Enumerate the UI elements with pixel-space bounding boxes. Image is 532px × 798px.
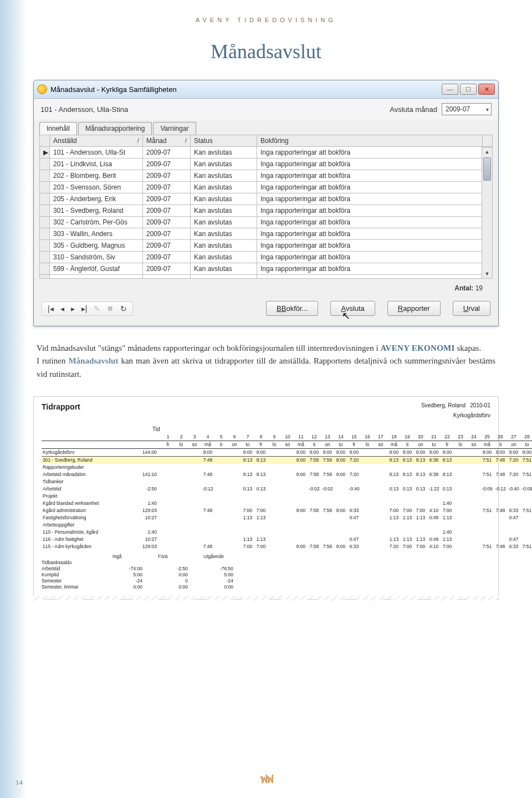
table-row[interactable]: 301 - Svedberg, Roland2009-07Kan avsluta… [40,205,493,217]
balance-row: Arbetstid-74:00-2:50-76:50 [42,566,490,571]
scroll-header [483,135,493,147]
employee-grid[interactable]: Anställd/ Månad/ Status Bokföring ▶101 -… [39,135,493,279]
balance-block: Ingå Förä Utgående Tidbankssaldo Arbetst… [42,554,490,590]
tab-varningar[interactable]: Varningar [153,122,196,135]
tab-innehall[interactable]: Innehåll [39,122,77,135]
vertical-scrollbar[interactable]: ▲ ▼ [482,147,493,279]
table-row[interactable]: 205 - Anderberg, Erik2009-07Kan avslutas… [40,193,493,205]
nav-refresh-icon[interactable]: ↻ [120,304,127,313]
report-row: 110 - Personalmöte, kgård1:401:40 [42,529,532,536]
table-row[interactable]: 303 - Wallin, Anders2009-07Kan avslutasI… [40,228,493,240]
app-icon [37,84,47,94]
record-navigator[interactable]: |◂ ◂ ▸ ▸| ✎ ✖ ↻ [42,301,133,316]
tab-strip: Innehåll Månadsrapportering Varningar [34,122,498,135]
rapporter-button[interactable]: Rapporter [387,301,441,316]
minimize-button[interactable]: — [442,84,458,95]
report-row: Arbetstid-2:50-0:120:130:13-0:02-0:02-0:… [42,485,532,493]
col-status[interactable]: Status [191,135,257,147]
window-title: Månadsavslut - Kyrkliga Samfälligheten [50,85,442,94]
torn-edge [33,596,499,601]
maximize-button[interactable]: ☐ [460,84,477,95]
toolbar: |◂ ◂ ▸ ▸| ✎ ✖ ↻ BBokför...Bokför... Avsl… [34,295,498,326]
report-row: Projekt [42,493,532,500]
scroll-up-icon[interactable]: ▲ [482,147,492,156]
report-employee: Svedberg, Roland [421,402,466,408]
nav-last-icon[interactable]: ▸| [81,304,88,313]
page-title: Månadsavslut [33,40,499,63]
report-title: Tidrapport [42,402,80,411]
report-row: 301 - Svedberg, Roland7:488:138:138:007:… [42,456,532,464]
report-row: 116 - Adm fastighet10:271:131:130:471:13… [42,536,532,543]
nav-prev-icon[interactable]: ◂ [60,304,64,313]
grid-footer: Antal: 19 [34,282,498,295]
table-row[interactable]: 202 - Blomberg, Berit2009-07Kan avslutas… [40,170,493,182]
gutter-header [40,135,50,147]
urval-button[interactable]: Urval [453,301,490,316]
table-row[interactable]: 310 - Sandström, Siv2009-07Kan avslutasI… [40,252,493,263]
avsluta-button[interactable]: Avsluta [330,301,375,316]
title-bar[interactable]: Månadsavslut - Kyrkliga Samfälligheten —… [34,80,498,99]
report-row: Arbetstid månadslön141:107:488:138:138:0… [42,471,532,478]
nav-edit-icon: ✎ [94,304,100,313]
month-value: 2009-07 [446,105,470,113]
nav-first-icon[interactable]: |◂ [48,304,54,313]
balance-row: Tidbankssaldo [42,560,490,565]
footer-logo-icon: ฟฟ [260,770,272,788]
nav-next-icon[interactable]: ▸ [71,304,75,313]
report-row: Kgård blandad verksamhet1:401:40 [42,500,532,507]
report-row: Kyrkogårdsförv144:008:008:008:008:008:00… [42,448,532,456]
report-row: Arbetsuppgifter [42,521,532,529]
col-bokforing[interactable]: Bokföring [257,135,483,147]
current-employee: 101 - Andersson, Ulla-Stina [40,105,390,114]
close-month-label: Avsluta månad [390,105,437,114]
table-row[interactable]: 305 - Guldberg, Magnus2009-07Kan avsluta… [40,240,493,252]
body-paragraph: Vid månadsavslut "stängs" månadens rappo… [37,342,495,381]
tidrapport: Tidrapport Svedberg, Roland 2010-01 Kyrk… [33,396,499,600]
tab-manadsrapportering[interactable]: Månadsrapportering [78,122,152,135]
report-table: 1234567891011121314151617181920212223242… [42,433,532,550]
report-unit: Kyrkogårdsförv [42,412,490,418]
report-row: Tidbanker [42,478,532,485]
tid-header: Tid [152,426,490,432]
report-row: Rapporteringskoder [42,464,532,471]
table-row[interactable]: 201 - Lindkvist, Lisa2009-07Kan avslutas… [40,158,493,170]
page-number: 14 [16,778,23,787]
scroll-down-icon[interactable]: ▼ [482,269,492,278]
table-row[interactable]: 302 - Carlström, Per-Gös2009-07Kan avslu… [40,217,493,228]
report-row: 115 - Adm kyrkogården129:037:487:007:008… [42,543,532,550]
nav-delete-icon: ✖ [107,304,114,313]
balance-row: Komptid5:000:005:00 [42,572,490,577]
report-period: 2010-01 [470,402,490,408]
table-row[interactable]: 203 - Svensson, Sören2009-07Kan avslutas… [40,182,493,193]
manadsavslut-window: Månadsavslut - Kyrkliga Samfälligheten —… [33,80,499,326]
scroll-thumb[interactable] [483,157,491,181]
report-row: Kgård administration129:037:487:007:008:… [42,507,532,514]
bokfor-button[interactable]: BBokför...Bokför... [266,301,318,316]
running-header: AVENY TIDREDOVISNING [33,17,499,23]
col-anstalld[interactable]: Anställd/ [50,135,143,147]
col-manad[interactable]: Månad/ [143,135,191,147]
month-combobox[interactable]: 2009-07 [442,103,492,115]
report-row: Fastighetsförvaltning10:271:131:130:471:… [42,514,532,521]
balance-row: Semester, timmar0:000:000:00 [42,584,490,590]
close-button[interactable]: ✕ [478,84,495,95]
table-row[interactable]: ▶101 - Andersson, Ulla-St2009-07Kan avsl… [40,147,493,158]
table-row[interactable]: 599 - Änglerlöf, Gustaf2009-07Kan avslut… [40,263,493,275]
balance-row: Semester-240-24 [42,578,490,584]
